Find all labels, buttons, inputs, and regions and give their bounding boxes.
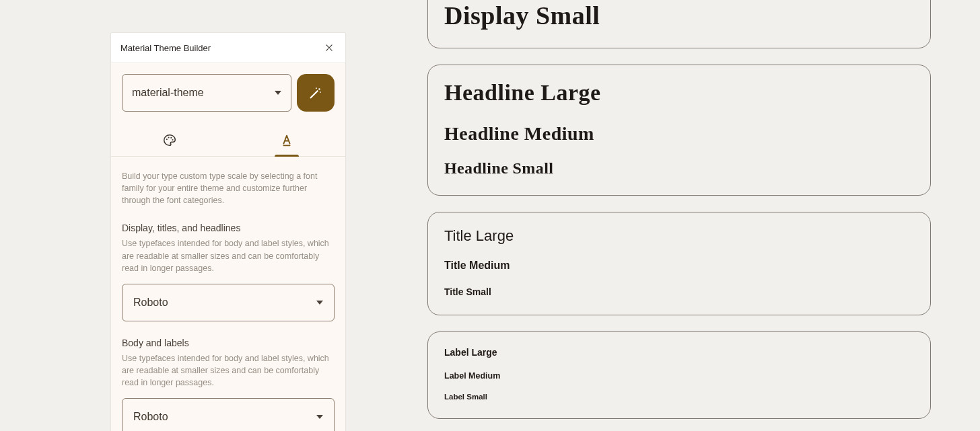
- tab-color[interactable]: [111, 124, 228, 156]
- close-icon: [324, 43, 334, 52]
- headline-medium-sample: Headline Medium: [444, 123, 914, 145]
- randomize-button[interactable]: [297, 74, 335, 112]
- title-card: Title Large Title Medium Title Small: [427, 212, 931, 315]
- label-small-sample: Label Small: [444, 393, 914, 401]
- svg-point-6: [172, 139, 174, 141]
- theme-row: material-theme: [111, 63, 345, 112]
- svg-point-1: [320, 91, 321, 93]
- svg-point-5: [170, 137, 172, 139]
- svg-point-2: [316, 87, 317, 89]
- headline-large-sample: Headline Large: [444, 80, 914, 106]
- label-medium-sample: Label Medium: [444, 371, 914, 381]
- section-desc-body: Use typefaces intended for body and labe…: [122, 352, 335, 389]
- label-large-sample: Label Large: [444, 347, 914, 358]
- headline-small-sample: Headline Small: [444, 159, 914, 178]
- palette-icon: [162, 133, 177, 148]
- section-desc-display: Use typefaces intended for body and labe…: [122, 237, 335, 274]
- typography-settings: Build your type custom type scale by sel…: [111, 157, 345, 431]
- panel-tabs: [111, 124, 345, 157]
- svg-point-3: [166, 139, 168, 140]
- chevron-down-icon: [316, 415, 323, 419]
- close-button[interactable]: [322, 41, 336, 54]
- tab-typography[interactable]: [228, 124, 345, 156]
- panel-header: Material Theme Builder: [111, 33, 345, 63]
- body-font-select[interactable]: Roboto: [122, 398, 335, 431]
- display-card: Display Small: [427, 0, 931, 48]
- title-large-sample: Title Large: [444, 227, 914, 245]
- svg-point-0: [318, 88, 320, 90]
- type-scale-preview: Display Small Headline Large Headline Me…: [427, 0, 931, 419]
- theme-name-select[interactable]: material-theme: [122, 74, 291, 112]
- typography-intro: Build your type custom type scale by sel…: [122, 170, 335, 206]
- section-title-display: Display, titles, and headlines: [122, 223, 335, 233]
- svg-point-4: [168, 136, 170, 138]
- display-font-value: Roboto: [133, 297, 316, 309]
- display-font-select[interactable]: Roboto: [122, 284, 335, 321]
- panel-title: Material Theme Builder: [120, 43, 211, 53]
- body-font-value: Roboto: [133, 411, 316, 423]
- display-small-sample: Display Small: [444, 1, 914, 30]
- typography-icon: [279, 133, 294, 148]
- chevron-down-icon: [316, 301, 323, 305]
- magic-wand-icon: [308, 85, 323, 100]
- section-title-body: Body and labels: [122, 338, 335, 348]
- chevron-down-icon: [275, 91, 281, 95]
- panel-body: material-theme: [111, 63, 345, 431]
- theme-name-value: material-theme: [132, 87, 275, 99]
- theme-builder-panel: Material Theme Builder material-theme: [110, 32, 346, 431]
- title-small-sample: Title Small: [444, 286, 914, 297]
- label-card: Label Large Label Medium Label Small: [427, 331, 931, 419]
- headline-card: Headline Large Headline Medium Headline …: [427, 65, 931, 196]
- title-medium-sample: Title Medium: [444, 260, 914, 272]
